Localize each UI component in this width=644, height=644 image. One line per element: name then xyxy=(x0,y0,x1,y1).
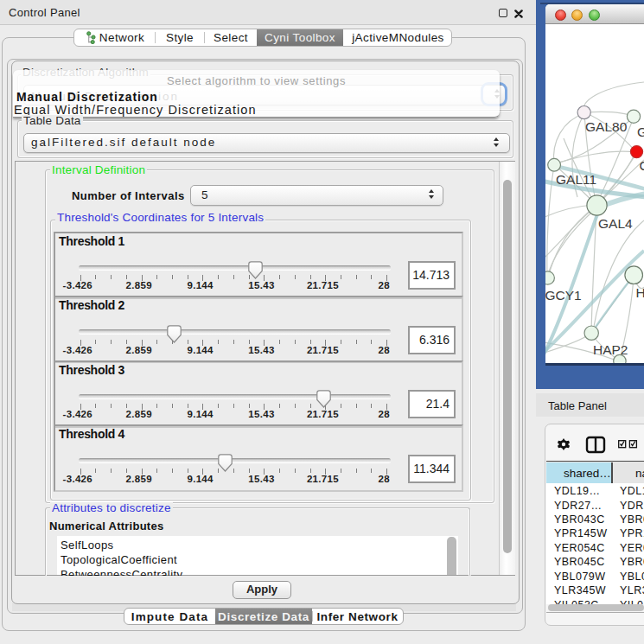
svg-text:GAL11: GAL11 xyxy=(556,172,596,187)
svg-text:H: H xyxy=(636,285,644,300)
svg-text:GAL80: GAL80 xyxy=(585,119,628,134)
svg-text:GCY1: GCY1 xyxy=(545,288,582,303)
svg-text:G.: G. xyxy=(637,124,644,139)
svg-text:GAL4: GAL4 xyxy=(598,216,633,231)
svg-text:C: C xyxy=(640,158,644,173)
svg-text:HAP2: HAP2 xyxy=(593,342,628,357)
